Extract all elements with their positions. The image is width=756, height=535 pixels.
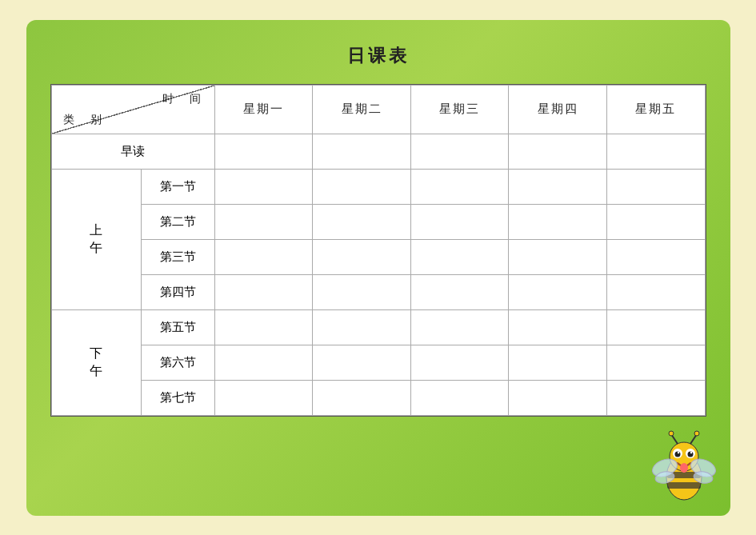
svg-point-10 [677, 451, 678, 453]
table-row-section5: 下午 第五节 [51, 309, 705, 345]
day-tuesday: 星期二 [313, 85, 411, 134]
header-diagonal-cell: 时 间 类 别 [51, 85, 214, 134]
s7-tue [313, 380, 411, 415]
table-row-zaodu: 早读 [51, 134, 705, 169]
schedule-table-wrapper: 时 间 类 别 星期一 星期二 星期三 星期四 星期五 早读 [50, 84, 706, 417]
bee-decoration [642, 428, 722, 508]
zaodu-wed [410, 134, 509, 169]
header-category-label: 类 别 [63, 113, 104, 127]
svg-point-12 [680, 463, 688, 473]
zaodu-thu [509, 134, 607, 169]
s2-wed [410, 204, 509, 239]
zaodu-label: 早读 [51, 134, 214, 169]
s5-wed [410, 309, 509, 345]
zaodu-mon [214, 134, 313, 169]
section6-label: 第六节 [141, 345, 214, 380]
schedule-table: 时 间 类 别 星期一 星期二 星期三 星期四 星期五 早读 [51, 85, 706, 416]
s1-mon [214, 169, 313, 204]
header-time-label: 时 间 [162, 92, 203, 106]
svg-rect-3 [667, 482, 701, 489]
s4-thu [509, 274, 607, 309]
zaodu-tue [313, 134, 411, 169]
zaodu-fri [606, 134, 705, 169]
afternoon-label: 下午 [51, 309, 141, 415]
s4-mon [214, 274, 313, 309]
morning-label: 上午 [51, 169, 141, 309]
s5-thu [509, 309, 607, 345]
svg-point-14 [669, 431, 674, 436]
s4-wed [410, 274, 509, 309]
s6-wed [410, 345, 509, 380]
section7-label: 第七节 [141, 380, 214, 415]
bee-icon [642, 428, 722, 508]
table-row-section7: 第七节 [51, 380, 705, 415]
table-row-section2: 第二节 [51, 204, 705, 239]
s7-mon [214, 380, 313, 415]
s6-thu [509, 345, 607, 380]
s3-wed [410, 239, 509, 274]
day-thursday: 星期四 [509, 85, 607, 134]
s1-thu [509, 169, 607, 204]
table-row-section6: 第六节 [51, 345, 705, 380]
s2-fri [606, 204, 705, 239]
table-row-section4: 第四节 [51, 274, 705, 309]
s1-tue [313, 169, 411, 204]
s5-mon [214, 309, 313, 345]
s1-fri [606, 169, 705, 204]
s5-fri [606, 309, 705, 345]
s6-tue [313, 345, 411, 380]
section5-label: 第五节 [141, 309, 214, 345]
s3-fri [606, 239, 705, 274]
svg-point-16 [694, 431, 699, 436]
s7-wed [410, 380, 509, 415]
day-friday: 星期五 [606, 85, 705, 134]
section1-label: 第一节 [141, 169, 214, 204]
s6-mon [214, 345, 313, 380]
s6-fri [606, 345, 705, 380]
s5-tue [313, 309, 411, 345]
s7-thu [509, 380, 607, 415]
s4-tue [313, 274, 411, 309]
table-row-section1: 上午 第一节 [51, 169, 705, 204]
s2-thu [509, 204, 607, 239]
day-monday: 星期一 [214, 85, 313, 134]
s3-mon [214, 239, 313, 274]
s3-thu [509, 239, 607, 274]
page-title: 日课表 [347, 44, 410, 68]
section2-label: 第二节 [141, 204, 214, 239]
s2-mon [214, 204, 313, 239]
svg-point-11 [690, 451, 691, 453]
table-row-section3: 第三节 [51, 239, 705, 274]
s1-wed [410, 169, 509, 204]
main-container: 日课表 时 间 类 别 [26, 20, 730, 516]
s7-fri [606, 380, 705, 415]
s2-tue [313, 204, 411, 239]
section3-label: 第三节 [141, 239, 214, 274]
s3-tue [313, 239, 411, 274]
section4-label: 第四节 [141, 274, 214, 309]
day-wednesday: 星期三 [410, 85, 509, 134]
s4-fri [606, 274, 705, 309]
